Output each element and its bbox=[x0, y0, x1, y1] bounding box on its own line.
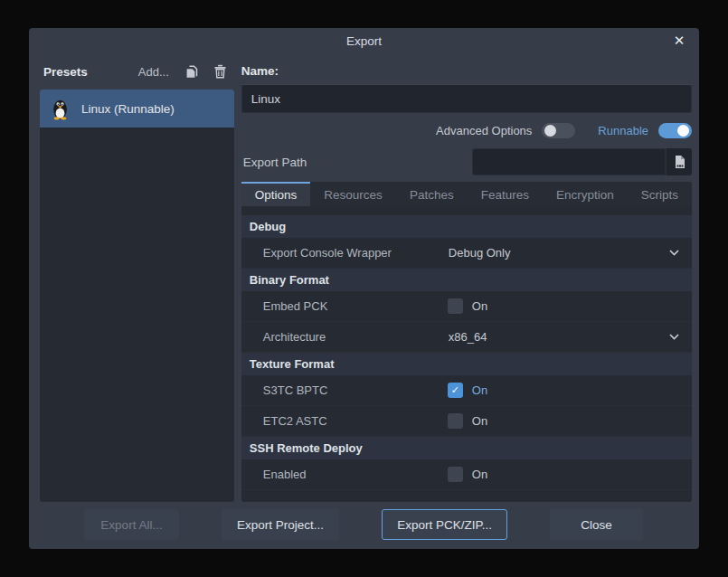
trash-icon bbox=[213, 64, 227, 79]
row-export-console-wrapper: Export Console Wrapper Debug Only bbox=[241, 238, 692, 269]
s3tc-bptc-checkbox[interactable]: ✓ On bbox=[448, 383, 487, 398]
browse-path-button[interactable] bbox=[666, 148, 692, 175]
export-pck-zip-button[interactable]: Export PCK/ZIP... bbox=[382, 509, 507, 540]
checkbox-unchecked bbox=[448, 467, 463, 482]
property-label: Embed PCK bbox=[241, 299, 441, 313]
close-icon[interactable]: ✕ bbox=[671, 33, 687, 49]
export-all-button[interactable]: Export All... bbox=[84, 509, 179, 540]
toggles-row: Advanced Options Runnable bbox=[241, 113, 692, 147]
property-label: Architecture bbox=[241, 330, 441, 344]
delete-preset-button[interactable] bbox=[211, 61, 231, 81]
tab-encryption[interactable]: Encryption bbox=[543, 182, 628, 206]
runnable-label: Runnable bbox=[598, 124, 648, 137]
name-label: Name: bbox=[241, 57, 692, 84]
tab-options[interactable]: Options bbox=[241, 182, 311, 206]
presets-title: Presets bbox=[43, 65, 88, 79]
preset-item-linux[interactable]: Linux (Runnable) bbox=[40, 90, 234, 128]
section-texture-format: Texture Format bbox=[241, 353, 692, 375]
toggle-knob bbox=[544, 125, 556, 137]
property-label: Enabled bbox=[241, 468, 441, 481]
presets-column: Presets Add... bbox=[40, 57, 234, 502]
architecture-dropdown[interactable]: x86_64 bbox=[441, 322, 692, 352]
checkbox-unchecked bbox=[448, 413, 463, 429]
export-settings-column: Name: Advanced Options Runnable Export P… bbox=[241, 57, 692, 502]
dialog-body: Presets Add... bbox=[40, 57, 692, 502]
property-label: ETC2 ASTC bbox=[241, 414, 441, 428]
preset-list: Linux (Runnable) bbox=[40, 90, 234, 502]
section-binary-format: Binary Format bbox=[241, 269, 692, 291]
row-ssh-enabled: Enabled On bbox=[241, 459, 692, 490]
dropdown-value: Debug Only bbox=[449, 246, 511, 260]
export-path-input[interactable] bbox=[472, 148, 666, 175]
presets-header: Presets Add... bbox=[40, 57, 234, 86]
screen-backdrop: { "dialog": { "title": "Export" }, "icon… bbox=[0, 0, 728, 577]
etc2-astc-checkbox[interactable]: On bbox=[448, 413, 487, 429]
export-path-label: Export Path bbox=[241, 156, 472, 169]
section-ssh-remote-deploy: SSH Remote Deploy bbox=[241, 437, 692, 459]
tab-features[interactable]: Features bbox=[468, 182, 543, 206]
linux-penguin-icon bbox=[48, 97, 72, 121]
tab-resources[interactable]: Resources bbox=[310, 182, 396, 206]
duplicate-preset-button[interactable] bbox=[182, 61, 202, 81]
embed-pck-checkbox[interactable]: On bbox=[448, 298, 487, 314]
close-button[interactable]: Close bbox=[550, 509, 643, 540]
add-preset-button[interactable]: Add... bbox=[138, 65, 169, 79]
checkbox-checked: ✓ bbox=[448, 383, 463, 398]
runnable-toggle[interactable] bbox=[658, 123, 692, 138]
advanced-options-label: Advanced Options bbox=[436, 124, 532, 137]
options-panel: Debug Export Console Wrapper Debug Only … bbox=[241, 206, 692, 502]
copy-icon bbox=[184, 64, 199, 80]
export-dialog: Export ✕ Presets Add... bbox=[29, 28, 699, 549]
dialog-footer: Export All... Export Project... Export P… bbox=[84, 509, 643, 540]
chevron-down-icon bbox=[669, 250, 679, 256]
export-console-wrapper-dropdown[interactable]: Debug Only bbox=[441, 238, 692, 268]
checkbox-label: On bbox=[472, 299, 487, 313]
export-path-row: Export Path bbox=[241, 147, 692, 176]
row-embed-pck: Embed PCK On bbox=[241, 291, 692, 322]
dropdown-value: x86_64 bbox=[449, 330, 487, 344]
row-s3tc-bptc: S3TC BPTC ✓ On bbox=[241, 375, 692, 406]
checkbox-label: On bbox=[472, 468, 487, 481]
section-debug: Debug bbox=[241, 215, 692, 238]
export-project-button[interactable]: Export Project... bbox=[222, 509, 339, 540]
chevron-down-icon bbox=[669, 334, 679, 340]
file-icon bbox=[673, 155, 686, 169]
ssh-enabled-checkbox[interactable]: On bbox=[448, 467, 487, 482]
export-tabs: Options Resources Patches Features Encry… bbox=[241, 182, 692, 206]
property-label: Export Console Wrapper bbox=[241, 246, 441, 260]
row-etc2-astc: ETC2 ASTC On bbox=[241, 406, 692, 437]
property-label: S3TC BPTC bbox=[241, 383, 441, 397]
row-architecture: Architecture x86_64 bbox=[241, 322, 692, 353]
tab-scripts[interactable]: Scripts bbox=[628, 182, 692, 206]
checkbox-label: On bbox=[472, 383, 487, 397]
dialog-titlebar: Export ✕ bbox=[29, 28, 699, 55]
tab-patches[interactable]: Patches bbox=[396, 182, 468, 206]
checkbox-label: On bbox=[472, 414, 487, 428]
dialog-title: Export bbox=[29, 34, 699, 48]
name-input[interactable] bbox=[241, 84, 692, 113]
toggle-knob bbox=[677, 125, 689, 137]
checkbox-unchecked bbox=[448, 298, 463, 314]
preset-item-label: Linux (Runnable) bbox=[81, 102, 175, 116]
advanced-options-toggle[interactable] bbox=[542, 123, 575, 138]
